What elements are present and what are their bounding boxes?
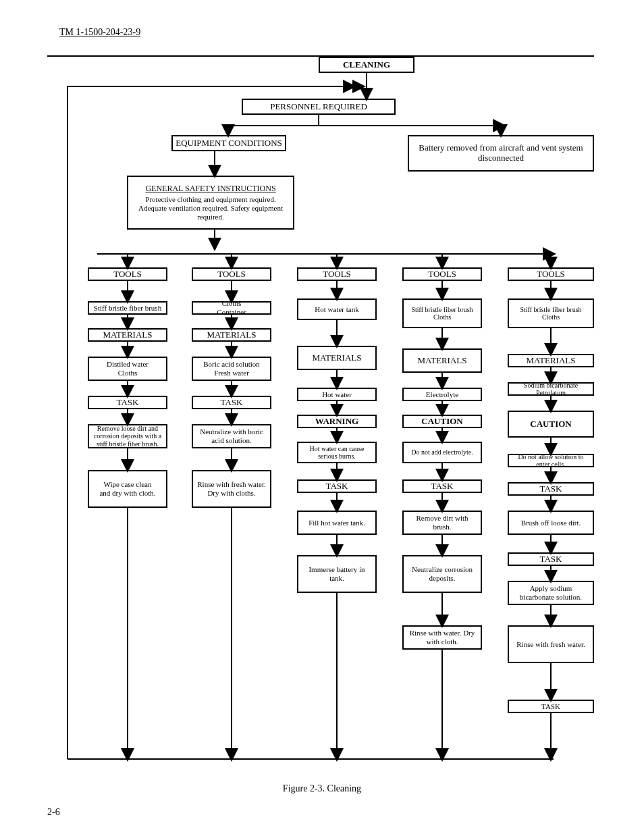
c5-task: TASK [508, 482, 594, 496]
c3-tools-body: Hot water tank [297, 298, 377, 320]
c4-task: TASK [402, 479, 482, 493]
c5-materials: MATERIALS [508, 354, 594, 367]
c4-materials-body: Electrolyte [402, 388, 482, 401]
c3-warning: WARNING [297, 415, 377, 428]
c2-task: TASK [192, 396, 271, 409]
c4-tools: TOOLS [402, 267, 482, 281]
node-personnel: PERSONNEL REQUIRED [242, 99, 396, 115]
c5-task2-body: Apply sodium bicarbonate solution. [508, 581, 594, 605]
c5-caution-body: Do not allow solution to enter cells. [508, 454, 594, 467]
c2-tools-body: Cloths Container [192, 301, 271, 315]
c3-tools: TOOLS [297, 267, 377, 281]
c3-materials: MATERIALS [297, 346, 377, 370]
c5-tools-body: Stiff bristle fiber brush Cloths [508, 298, 594, 328]
c4-caution: CAUTION [402, 415, 482, 428]
c3-task-body: Fill hot water tank. [297, 511, 377, 535]
node-safety: GENERAL SAFETY INSTRUCTIONS Protective c… [127, 176, 294, 230]
c5-materials-body: Sodium bicarbonate Petrolatum [508, 382, 594, 396]
node-cleaning: CLEANING [319, 57, 414, 73]
safety-body: Protective clothing and equipment requir… [131, 195, 290, 221]
c4-materials: MATERIALS [402, 348, 482, 373]
c2-materials: MATERIALS [192, 328, 271, 342]
c2-tools: TOOLS [192, 267, 271, 281]
c5-task3: Rinse with fresh water. [508, 625, 594, 663]
c1-task-body: Remove loose dirt and corrosion deposits… [88, 424, 167, 448]
c5-tools: TOOLS [508, 267, 594, 281]
c1-tools-body: Stiff bristle fiber brush [88, 301, 167, 315]
c4-task-body: Remove dirt with brush. [402, 511, 482, 535]
page-number: 2-6 [47, 807, 60, 818]
c5-caution: CAUTION [508, 411, 594, 438]
node-equip-cond: EQUIPMENT CONDITIONS [171, 135, 286, 151]
page: TM 1-1500-204-23-9 CLEANING PERSONNEL RE… [0, 0, 644, 834]
c1-tools: TOOLS [88, 267, 167, 281]
c3-materials-body: Hot water [297, 388, 377, 401]
c1-task2: Wipe case clean and dry with cloth. [88, 470, 167, 508]
c2-task-body: Neutralize with boric acid solution. [192, 424, 271, 448]
c3-warning-body: Hot water can cause serious burns. [297, 442, 377, 463]
c4-tools-body: Stiff bristle fiber brush Cloths [402, 298, 482, 328]
c2-task2: Rinse with fresh water. Dry with cloths. [192, 470, 271, 508]
c4-task2: Neutralize corrosion deposits. [402, 555, 482, 593]
doc-id: TM 1-1500-204-23-9 [59, 27, 140, 38]
c2-materials-body: Boric acid solution Fresh water [192, 357, 271, 381]
c1-materials: MATERIALS [88, 328, 167, 342]
c3-task2: Immerse battery in tank. [297, 555, 377, 593]
c4-task3: Rinse with water. Dry with cloth. [402, 625, 482, 650]
c5-task-body: Brush off loose dirt. [508, 511, 594, 535]
c5-task2: TASK [508, 552, 594, 566]
safety-title: GENERAL SAFETY INSTRUCTIONS [145, 184, 275, 194]
node-equip-cond-detail: Battery removed from aircraft and vent s… [408, 135, 594, 172]
c3-task: TASK [297, 479, 377, 493]
c1-materials-body: Distiled water Cloths [88, 357, 167, 381]
c4-caution-body: Do not add electrolyte. [402, 442, 482, 463]
c5-task4: TASK [508, 700, 594, 713]
figure-caption: Figure 2-3. Cleaning [0, 783, 644, 794]
c1-task: TASK [88, 396, 167, 409]
